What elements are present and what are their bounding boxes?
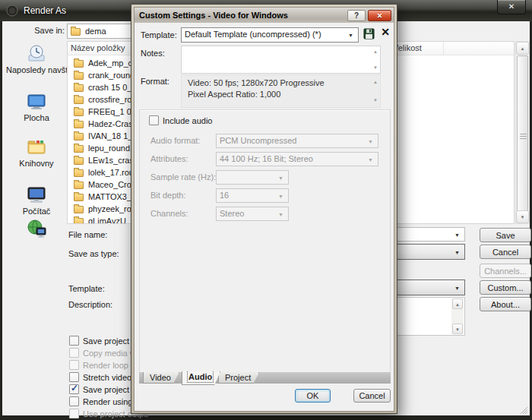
checkbox-icon	[69, 372, 79, 382]
help-button[interactable]: ?	[347, 10, 366, 21]
template-combobox[interactable]: Default Template (uncompressed) (*) ▼	[181, 27, 359, 43]
about-button[interactable]: About...	[480, 297, 531, 311]
folder-icon	[74, 157, 84, 165]
sidebar-item-label: Naposledy navštívené	[6, 65, 67, 74]
scroll-up-button[interactable]: ▲	[516, 42, 529, 55]
folder-icon	[74, 169, 84, 177]
save-in-value: dema	[85, 27, 106, 36]
scroll-up-icon: ▲	[521, 46, 525, 51]
save-button[interactable]: Save	[480, 228, 531, 242]
file-list-scrollbar[interactable]: ▲ ▼	[515, 41, 530, 224]
dialog-title: Custom Settings - Video for Windows	[139, 11, 347, 20]
folder-icon	[74, 133, 84, 141]
sidebar-item-desktop[interactable]: Plocha	[6, 92, 67, 122]
folder-icon	[74, 206, 84, 213]
app-icon	[6, 5, 18, 17]
sample-rate-label: Sample rate (Hz):	[150, 172, 216, 182]
scrollbar-grip-icon	[520, 134, 527, 139]
scroll-up-icon: ▲	[373, 80, 378, 84]
cancel-button[interactable]: Cancel	[480, 245, 531, 259]
channels-label: Channels:	[150, 209, 188, 218]
scrollbar-thumb[interactable]	[517, 55, 528, 211]
scroll-down-icon: ▼	[373, 65, 378, 70]
scroll-down-icon: ▼	[521, 215, 525, 219]
chevron-down-icon: ▼	[368, 156, 373, 162]
tab-project[interactable]: Project	[218, 372, 259, 384]
save-template-icon[interactable]	[363, 28, 375, 39]
scroll-up-icon: ▲	[455, 302, 460, 307]
desktop-icon	[27, 92, 46, 112]
network-icon	[27, 219, 46, 238]
format-line-video: Video: 50 fps; 1280x720 Progressive	[188, 77, 368, 89]
column-header-size[interactable]: Velikost	[390, 42, 444, 55]
audio-format-label: Audio format:	[150, 136, 200, 145]
screen: Render As ✕ Save in: dema Naposledy navš…	[0, 0, 532, 420]
folder-icon	[74, 121, 84, 128]
dialog-close-button[interactable]: ✕	[368, 10, 391, 21]
checkbox-icon	[69, 409, 79, 418]
channels-button: Channels...	[480, 264, 531, 278]
audio-format-combobox: PCM Uncompressed ▼	[216, 134, 378, 148]
folder-icon	[74, 194, 84, 201]
tab-page-panel	[139, 109, 391, 372]
custom-settings-dialog: Custom Settings - Video for Windows ? ✕ …	[131, 4, 397, 414]
scroll-down-icon: ▼	[373, 98, 378, 103]
folder-icon	[74, 218, 84, 224]
folder-icon	[74, 60, 84, 68]
cancel-button[interactable]: Cancel	[353, 389, 391, 403]
resize-grip[interactable]	[518, 404, 527, 414]
help-icon: ?	[354, 11, 359, 20]
scroll-down-icon: ▼	[455, 327, 460, 332]
chevron-down-icon: ▼	[454, 232, 460, 237]
attributes-combobox: 44 100 Hz; 16 Bit; Stereo ▼	[216, 152, 378, 166]
sidebar-item-label: Počítač	[6, 207, 67, 216]
file-name-label: File name:	[68, 230, 107, 239]
check-icon: ✓	[71, 383, 78, 393]
delete-template-icon[interactable]: ✕	[379, 26, 391, 38]
window-close-button[interactable]: ✕	[497, 0, 526, 14]
tab-strip: Video Audio Project	[139, 372, 391, 384]
dialog-titlebar[interactable]: Custom Settings - Video for Windows ? ✕	[134, 7, 394, 23]
checkbox-icon	[69, 360, 79, 370]
sidebar-item-label: Knihovny	[6, 159, 67, 168]
format-line-par: Pixel Aspect Ratio: 1,000	[188, 89, 368, 100]
checkbox-icon	[149, 115, 159, 125]
column-header-empty	[444, 42, 514, 55]
attributes-label: Attributes:	[150, 154, 188, 163]
tab-audio[interactable]: Audio	[182, 371, 220, 385]
tab-video[interactable]: Video	[143, 372, 179, 384]
chevron-down-icon: ▼	[454, 285, 460, 290]
scroll-up-button[interactable]: ▲	[452, 298, 463, 309]
bit-depth-label: Bit depth:	[150, 191, 185, 200]
ok-button[interactable]: OK	[295, 389, 331, 403]
folder-icon	[74, 72, 84, 80]
folder-icon	[74, 84, 84, 92]
scroll-up-icon: ▲	[373, 49, 378, 54]
folder-icon	[74, 96, 84, 104]
chevron-down-icon: ▼	[368, 138, 373, 144]
description-scrollbar[interactable]: ▲ ▼	[451, 298, 464, 334]
include-audio-checkbox[interactable]: Include audio	[149, 115, 212, 125]
scroll-down-button[interactable]: ▼	[516, 210, 529, 223]
folder-icon	[74, 109, 84, 116]
sidebar-item-libraries[interactable]: Knihovny	[6, 137, 67, 168]
bit-depth-combobox: 16 ▼	[216, 188, 289, 203]
template-label: Template:	[141, 30, 177, 39]
format-info-box: Video: 50 fps; 1280x720 Progressive Pixe…	[181, 74, 381, 108]
chevron-down-icon: ▼	[454, 249, 460, 254]
sidebar-item-recent-places[interactable]: Naposledy navštívené	[6, 44, 67, 74]
custom-button[interactable]: Custom...	[480, 280, 531, 295]
libraries-icon	[27, 137, 46, 157]
notes-label: Notes:	[141, 49, 165, 58]
checkbox-icon	[69, 336, 79, 346]
folder-icon	[71, 28, 81, 36]
notes-textarea[interactable]: ▲ ▼	[181, 46, 381, 74]
scroll-down-button[interactable]: ▼	[452, 324, 463, 334]
checkbox-icon	[69, 348, 79, 358]
checkbox-icon	[69, 396, 79, 406]
save-as-type-label: Save as type:	[68, 249, 119, 258]
close-icon: ✕	[508, 2, 515, 11]
computer-icon	[27, 185, 46, 205]
sidebar-item-network[interactable]	[6, 219, 67, 240]
sidebar-item-computer[interactable]: Počítač	[6, 185, 67, 216]
